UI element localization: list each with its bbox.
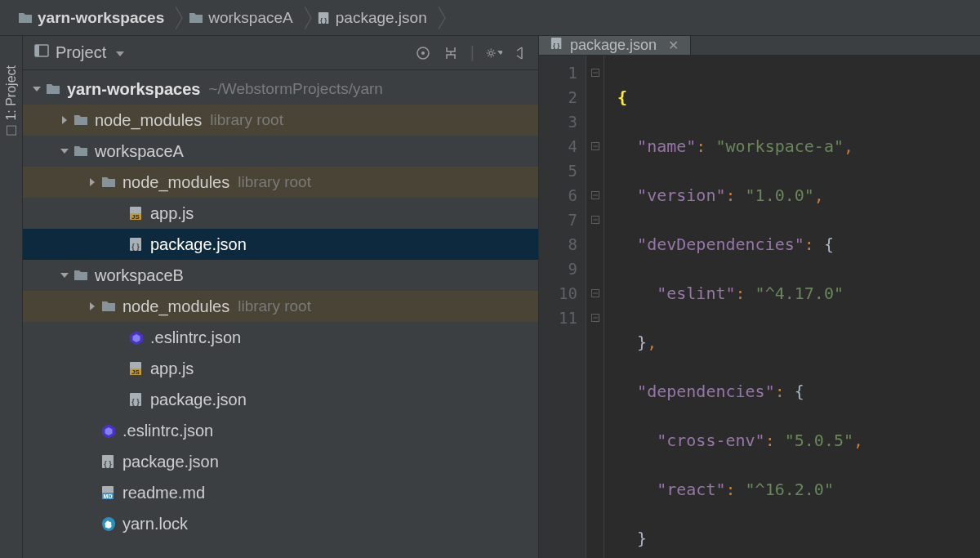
breadcrumb-item-root[interactable]: yarn-workspaces — [13, 0, 176, 35]
chevron-right-icon — [305, 0, 313, 35]
project-panel-header: Project | — [23, 36, 538, 70]
tree-item-label: node_modules — [122, 173, 229, 192]
collapse-all-button[interactable] — [443, 45, 459, 61]
tool-window-bar: 1: Project — [0, 36, 23, 558]
tree-row[interactable]: package.json — [23, 229, 538, 260]
tree-item-suffix: library root — [238, 173, 311, 191]
fold-marker — [586, 257, 604, 281]
tree-item-label: workspaceB — [95, 266, 184, 285]
fold-marker[interactable] — [586, 208, 604, 232]
js-icon — [127, 361, 145, 376]
fold-marker — [586, 232, 604, 257]
project-tree[interactable]: yarn-workspaces~/WebstormProjects/yarnno… — [23, 70, 538, 558]
sidebar-tab-project[interactable]: 1: Project — [2, 60, 20, 141]
tree-row[interactable]: .eslintrc.json — [23, 322, 538, 353]
line-number: 6 — [539, 183, 577, 208]
json-icon — [127, 237, 145, 252]
tree-row[interactable]: .eslintrc.json — [23, 415, 538, 446]
editor: package.json ✕ 1234567891011 { "name": "… — [539, 36, 980, 558]
fold-marker[interactable] — [586, 281, 604, 306]
settings-button[interactable] — [486, 45, 502, 61]
tree-item-label: workspaceA — [95, 142, 184, 161]
tree-row[interactable]: node_moduleslibrary root — [23, 291, 538, 322]
code-token: "^16.2.0" — [746, 480, 834, 499]
chevron-right-icon[interactable] — [85, 178, 100, 186]
line-number: 2 — [539, 85, 577, 109]
fold-marker[interactable] — [586, 134, 604, 158]
project-view-selector[interactable]: Project — [34, 43, 124, 62]
project-panel-title: Project — [56, 43, 106, 62]
tree-row[interactable]: yarn-workspaces~/WebstormProjects/yarn — [23, 74, 538, 105]
tree-item-label: node_modules — [95, 111, 202, 130]
editor-tab-label: package.json — [570, 37, 657, 54]
line-number: 10 — [539, 281, 577, 306]
tree-item-label: package.json — [150, 235, 247, 254]
code-token: "name" — [637, 136, 696, 156]
fold-marker — [586, 109, 604, 134]
tree-row[interactable]: readme.md — [23, 477, 538, 508]
chevron-down-icon[interactable] — [57, 147, 72, 155]
eslint-icon — [127, 330, 145, 345]
line-number: 1 — [539, 60, 577, 85]
json-icon — [318, 11, 331, 25]
fold-gutter[interactable] — [586, 56, 604, 558]
tree-row[interactable]: node_moduleslibrary root — [23, 105, 538, 136]
tree-row[interactable]: app.js — [23, 198, 538, 229]
hide-button[interactable] — [514, 45, 530, 61]
tree-item-label: readme.md — [122, 484, 205, 502]
chevron-down-icon — [116, 43, 124, 62]
tree-row[interactable]: package.json — [23, 446, 538, 477]
editor-tab-package-json[interactable]: package.json ✕ — [539, 36, 691, 55]
fold-marker — [586, 158, 604, 183]
locate-button[interactable] — [415, 45, 431, 61]
tree-row[interactable]: workspaceB — [23, 260, 538, 291]
tree-item-label: yarn-workspaces — [67, 80, 200, 99]
chevron-down-icon[interactable] — [57, 271, 72, 279]
breadcrumb-item-file[interactable]: package.json — [313, 0, 439, 35]
line-number: 8 — [539, 232, 577, 257]
eslint-icon — [100, 423, 118, 438]
tree-item-label: app.js — [150, 359, 194, 378]
md-icon — [100, 485, 118, 500]
tree-item-suffix: ~/WebstormProjects/yarn — [208, 80, 382, 98]
json-icon — [127, 392, 145, 407]
line-number: 4 — [539, 134, 577, 158]
code-token: { — [617, 87, 627, 107]
line-number: 9 — [539, 257, 577, 281]
editor-tabs: package.json ✕ — [539, 36, 980, 56]
tree-row[interactable]: package.json — [23, 384, 538, 415]
code-area[interactable]: { "name": "workspace-a", "version": "1.0… — [604, 56, 980, 558]
code-token: "eslint" — [657, 283, 735, 303]
code-token: "^4.17.0" — [755, 283, 844, 303]
code-token: "devDependencies" — [637, 234, 804, 254]
tree-row[interactable]: yarn.lock — [23, 508, 538, 539]
line-number: 7 — [539, 208, 577, 232]
yarn-icon — [100, 516, 118, 531]
fold-marker[interactable] — [586, 306, 604, 330]
tree-row[interactable]: app.js — [23, 353, 538, 384]
chevron-right-icon — [176, 0, 184, 35]
chevron-right-icon[interactable] — [57, 116, 72, 124]
project-panel-actions: | — [415, 43, 530, 62]
tree-row[interactable]: node_moduleslibrary root — [23, 167, 538, 198]
folder-icon — [72, 113, 90, 127]
json-icon — [100, 454, 118, 469]
close-icon[interactable]: ✕ — [668, 38, 679, 53]
tree-item-label: app.js — [150, 204, 194, 223]
code-token: "5.0.5" — [785, 431, 853, 450]
line-number: 3 — [539, 109, 577, 134]
folder-icon — [100, 299, 118, 314]
breadcrumb-item-folder[interactable]: workspaceA — [184, 0, 305, 35]
chevron-right-icon[interactable] — [85, 302, 100, 310]
folder-icon — [44, 82, 62, 96]
line-number: 11 — [539, 306, 577, 330]
fold-marker[interactable] — [586, 183, 604, 208]
tree-item-label: .eslintrc.json — [150, 328, 241, 347]
chevron-down-icon[interactable] — [29, 85, 44, 93]
tree-row[interactable]: workspaceA — [23, 136, 538, 167]
folder-icon — [189, 11, 203, 25]
code-token: "dependencies" — [637, 382, 775, 401]
tree-item-label: .eslintrc.json — [122, 422, 213, 440]
fold-marker[interactable] — [586, 60, 604, 85]
folder-icon — [18, 11, 33, 25]
